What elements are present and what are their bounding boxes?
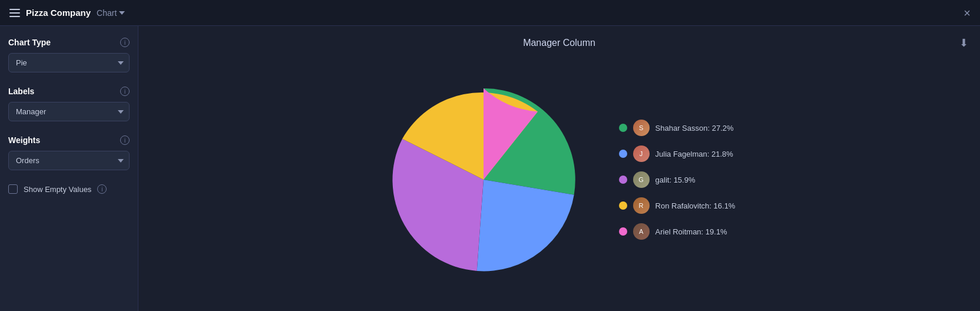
chart-type-section: Chart Type i Pie <box>8 38 130 72</box>
labels-select[interactable]: Manager <box>8 102 130 121</box>
chart-type-select-wrapper: Pie <box>8 53 130 72</box>
pie-segment-julia[interactable] <box>476 180 574 271</box>
sidebar: Chart Type i Pie Labels i Manager <box>0 26 138 311</box>
top-bar: Pizza Company Chart × <box>0 0 980 26</box>
chart-content: S Shahar Sasson: 27.2% J Julia Fagelman:… <box>138 54 980 305</box>
weights-header: Weights i <box>8 135 130 145</box>
labels-info-icon[interactable]: i <box>120 87 130 96</box>
chart-type-title: Chart Type <box>8 38 51 47</box>
legend-label-ariel: Ariel Roitman: 19.1% <box>655 227 727 236</box>
legend-label-galit: galit: 15.9% <box>655 176 696 184</box>
legend-dot-shahar <box>619 124 627 132</box>
download-button[interactable]: ⬇ <box>959 37 968 49</box>
weights-select[interactable]: Orders <box>8 151 130 170</box>
chart-area: Manager Column ⬇ <box>138 26 980 311</box>
chevron-down-icon <box>119 11 125 15</box>
close-button[interactable]: × <box>964 7 971 19</box>
weights-select-wrapper: Orders <box>8 151 130 170</box>
legend-dot-julia <box>619 150 627 158</box>
chart-badge[interactable]: Chart <box>97 8 125 18</box>
weights-section: Weights i Orders <box>8 135 130 170</box>
avatar-julia: J <box>633 145 650 162</box>
chart-type-select[interactable]: Pie <box>8 53 130 72</box>
chart-legend: S Shahar Sasson: 27.2% J Julia Fagelman:… <box>619 120 736 240</box>
legend-item-ron: R Ron Rafalovitch: 16.1% <box>619 197 736 214</box>
pie-chart <box>383 80 584 280</box>
legend-item-galit: G galit: 15.9% <box>619 171 736 188</box>
show-empty-values-label: Show Empty Values <box>24 185 91 194</box>
labels-section: Labels i Manager <box>8 87 130 121</box>
chart-type-info-icon[interactable]: i <box>120 38 130 47</box>
legend-label-ron: Ron Rafalovitch: 16.1% <box>655 201 736 210</box>
hamburger-menu[interactable] <box>9 9 20 17</box>
labels-header: Labels i <box>8 87 130 96</box>
avatar-ron: R <box>633 197 650 214</box>
show-empty-values-row: Show Empty Values i <box>8 184 130 194</box>
chart-title: Manager Column <box>523 38 595 48</box>
avatar-shahar: S <box>633 120 650 136</box>
avatar-galit: G <box>633 171 650 188</box>
show-empty-values-info-icon[interactable]: i <box>97 184 107 194</box>
legend-label-shahar: Shahar Sasson: 27.2% <box>655 124 734 133</box>
weights-info-icon[interactable]: i <box>120 135 130 145</box>
legend-item-julia: J Julia Fagelman: 21.8% <box>619 145 736 162</box>
legend-item-ariel: A Ariel Roitman: 19.1% <box>619 223 736 240</box>
chart-label: Chart <box>97 8 117 18</box>
weights-title: Weights <box>8 135 40 145</box>
show-empty-values-checkbox[interactable] <box>8 184 18 194</box>
legend-dot-ron <box>619 201 627 210</box>
legend-dot-ariel <box>619 227 627 236</box>
app-title: Pizza Company <box>26 8 91 18</box>
labels-title: Labels <box>8 87 34 96</box>
top-bar-left: Pizza Company Chart <box>9 8 125 18</box>
chart-type-header: Chart Type i <box>8 38 130 47</box>
legend-label-julia: Julia Fagelman: 21.8% <box>655 150 733 158</box>
legend-dot-galit <box>619 176 627 184</box>
avatar-ariel: A <box>633 223 650 240</box>
labels-select-wrapper: Manager <box>8 102 130 121</box>
pie-chart-svg <box>383 80 584 280</box>
legend-item-shahar: S Shahar Sasson: 27.2% <box>619 120 736 136</box>
main-layout: Chart Type i Pie Labels i Manager <box>0 26 980 311</box>
